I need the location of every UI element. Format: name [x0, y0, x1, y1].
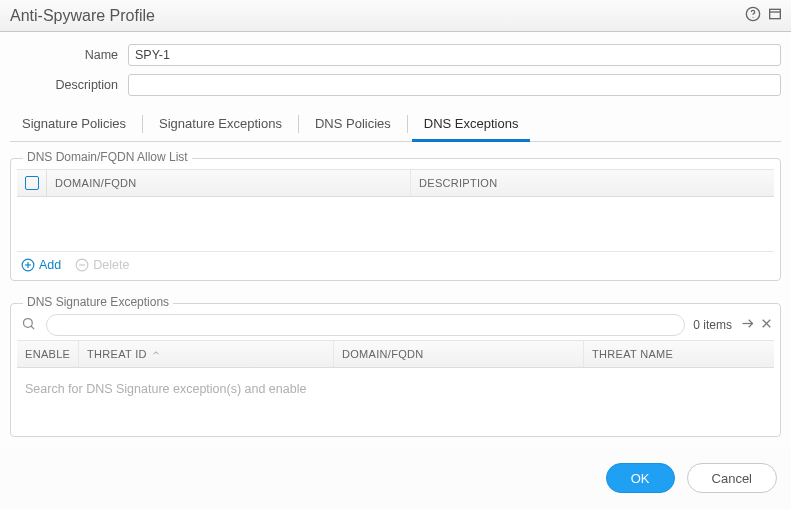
tab-separator	[298, 115, 299, 133]
add-label: Add	[39, 258, 61, 272]
svg-rect-2	[770, 9, 781, 18]
search-actions	[740, 316, 774, 334]
tab-dns-exceptions[interactable]: DNS Exceptions	[412, 106, 531, 141]
arrow-right-icon[interactable]	[740, 316, 755, 334]
titlebar: Anti-Spyware Profile	[0, 0, 791, 32]
titlebar-actions	[745, 6, 783, 25]
tab-separator	[142, 115, 143, 133]
tab-signature-policies[interactable]: Signature Policies	[10, 106, 138, 141]
column-threat-name[interactable]: THREAT NAME	[584, 341, 774, 367]
ok-button[interactable]: OK	[606, 463, 675, 493]
window-icon[interactable]	[767, 6, 783, 25]
svg-point-1	[752, 17, 753, 18]
plus-circle-icon	[21, 258, 35, 272]
sig-search-row: 0 items	[17, 314, 774, 336]
tab-label: DNS Policies	[315, 116, 391, 131]
sig-table-hint: Search for DNS Signature exception(s) an…	[17, 368, 774, 436]
column-domain[interactable]: DOMAIN/FQDN	[334, 341, 584, 367]
tabs: Signature Policies Signature Exceptions …	[10, 106, 781, 142]
select-all-cell[interactable]	[17, 170, 47, 196]
search-icon[interactable]	[17, 316, 40, 334]
column-description[interactable]: DESCRIPTION	[411, 170, 774, 196]
description-row: Description	[10, 74, 781, 96]
name-label: Name	[10, 48, 128, 62]
tab-separator	[407, 115, 408, 133]
body: Name Description Signature Policies Sign…	[0, 32, 791, 447]
cancel-button[interactable]: Cancel	[687, 463, 777, 493]
delete-button: Delete	[75, 258, 129, 272]
svg-line-10	[31, 326, 34, 329]
name-row: Name	[10, 44, 781, 66]
allow-list-header: DOMAIN/FQDN DESCRIPTION	[17, 169, 774, 197]
name-field[interactable]	[128, 44, 781, 66]
checkbox-icon	[25, 176, 39, 190]
column-label: THREAT ID	[87, 348, 147, 360]
allow-list-legend: DNS Domain/FQDN Allow List	[23, 150, 192, 164]
dialog: Anti-Spyware Profile Name Description Si…	[0, 0, 791, 509]
minus-circle-icon	[75, 258, 89, 272]
column-threat-id[interactable]: THREAT ID	[79, 341, 334, 367]
add-button[interactable]: Add	[21, 258, 61, 272]
search-input[interactable]	[46, 314, 685, 336]
description-field[interactable]	[128, 74, 781, 96]
sig-exceptions-legend: DNS Signature Exceptions	[23, 295, 173, 309]
tab-label: Signature Policies	[22, 116, 126, 131]
column-domain[interactable]: DOMAIN/FQDN	[47, 170, 411, 196]
allow-list-body	[17, 197, 774, 251]
column-enable[interactable]: ENABLE	[17, 341, 79, 367]
delete-label: Delete	[93, 258, 129, 272]
tab-label: DNS Exceptions	[424, 116, 519, 131]
svg-point-9	[24, 319, 33, 328]
close-icon[interactable]	[759, 316, 774, 334]
sort-asc-icon	[151, 348, 161, 360]
sig-table-header: ENABLE THREAT ID DOMAIN/FQDN THREAT NAME	[17, 340, 774, 368]
description-label: Description	[10, 78, 128, 92]
dialog-title: Anti-Spyware Profile	[10, 7, 155, 25]
allow-list-toolbar: Add Delete	[17, 251, 774, 280]
tab-signature-exceptions[interactable]: Signature Exceptions	[147, 106, 294, 141]
tab-label: Signature Exceptions	[159, 116, 282, 131]
tab-dns-policies[interactable]: DNS Policies	[303, 106, 403, 141]
help-icon[interactable]	[745, 6, 761, 25]
sig-exceptions-section: DNS Signature Exceptions 0 items ENABLE …	[10, 303, 781, 437]
item-count: 0 items	[691, 318, 734, 332]
allow-list-section: DNS Domain/FQDN Allow List DOMAIN/FQDN D…	[10, 158, 781, 281]
footer: OK Cancel	[0, 447, 791, 509]
